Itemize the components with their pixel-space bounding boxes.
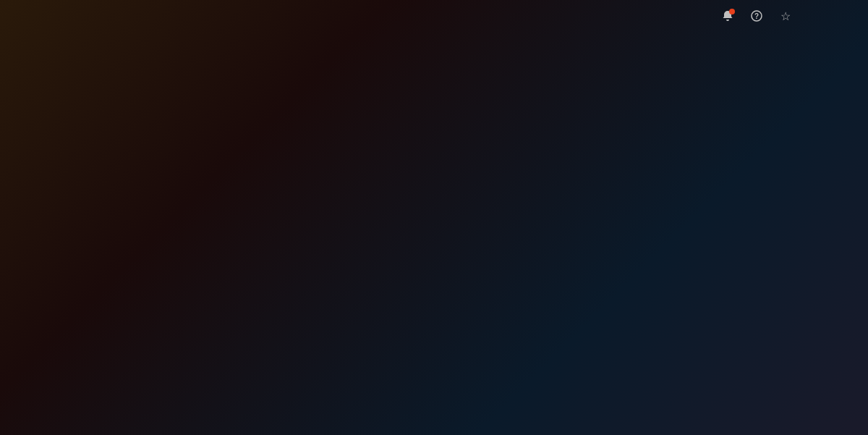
background-overlay [0, 0, 868, 435]
title-bar-icons: ? ☆ [719, 7, 794, 25]
help-icon[interactable]: ? [748, 7, 765, 25]
star-icon[interactable]: ☆ [777, 7, 794, 25]
svg-text:?: ? [754, 12, 758, 20]
notification-icon[interactable] [719, 7, 736, 25]
app-container: AMD ◄ RADEON SETTINGS ? ☆ — □ [0, 0, 868, 435]
